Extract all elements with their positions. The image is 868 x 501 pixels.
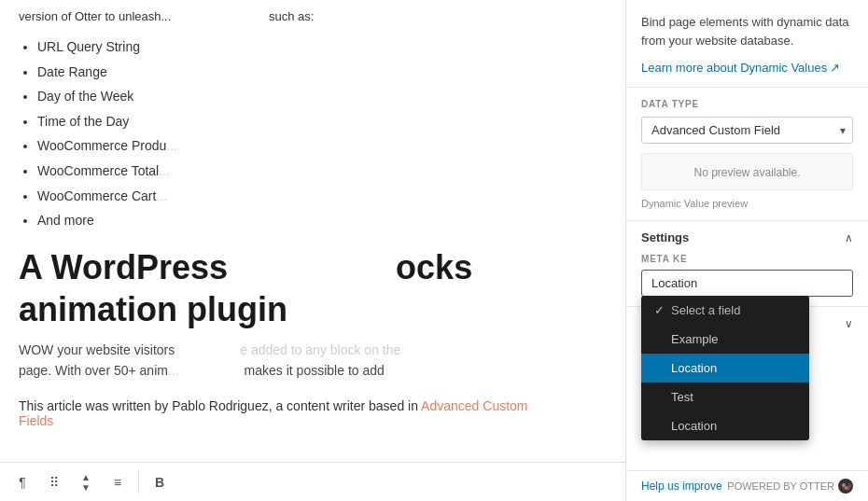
dropdown-item-label: Example [671,332,719,346]
field-input[interactable] [641,270,853,297]
data-type-section: DATA TYPE Advanced Custom Field URL Quer… [626,88,868,221]
attribution-text: This article was written by Pablo Rodrig… [19,398,421,413]
chevron-down-icon: ∨ [845,317,853,330]
settings-header[interactable]: Settings ∧ [641,230,853,244]
list-item: WooCommerce Produ... [37,133,607,159]
page-heading: A WordPress ocks animation plugin [19,246,607,330]
page-container: version of Otter to unleash... such as: … [0,0,868,501]
data-type-select[interactable]: Advanced Custom Field URL Query String D… [641,117,853,144]
data-type-label: DATA TYPE [641,99,853,109]
dropdown-item-label: Location [671,419,717,433]
meta-key-row: META KE ✓ Select a field Example [641,254,853,297]
list-item: URL Query String [37,35,607,60]
otter-icon: 🦦 [838,479,853,494]
feature-list: URL Query String Date Range Day of the W… [19,35,607,233]
description-text: WOW your website visitors e added to any… [19,340,607,382]
list-item: Day of the Week [37,84,607,109]
learn-more-text: Learn more about Dynamic Values [641,61,827,75]
panel-description: Bind page elements with dynamic data fro… [641,13,853,49]
editor-toolbar: ¶ ⠿ ▲▼ ≡ B [0,462,625,501]
dropdown-item-label: Select a field [671,303,740,317]
preview-box: No preview available. [641,153,853,190]
move-button[interactable]: ▲▼ [71,467,101,497]
field-input-wrapper: ✓ Select a field Example Location [641,270,853,297]
data-type-dropdown-wrapper: Advanced Custom Field URL Query String D… [641,117,853,144]
settings-title: Settings [641,230,689,244]
list-item: Date Range [37,60,607,85]
external-link-icon: ↗ [830,61,840,75]
panel-footer: Help us improve POWERED BY OTTER 🦦 [626,470,868,501]
list-item: Time of the Day [37,109,607,134]
list-item: And more [37,208,607,233]
article-attribution: This article was written by Pablo Rodrig… [19,398,607,428]
dropdown-item-test[interactable]: Test [641,383,809,411]
list-item: WooCommerce Total... [37,159,607,184]
dynamic-value-label: Dynamic Value preview [641,198,853,209]
meta-key-label: META KE [641,254,853,264]
field-dropdown-menu: ✓ Select a field Example Location [641,296,809,440]
settings-section: Settings ∧ META KE ✓ Select a field [626,221,868,307]
top-text: version of Otter to unleash... such as: [19,9,607,23]
dropdown-item-select-field[interactable]: ✓ Select a field [641,296,809,325]
drag-button[interactable]: ⠿ [39,467,69,497]
left-content: version of Otter to unleash... such as: … [0,0,625,501]
list-item: WooCommerce Cart... [37,184,607,209]
chevron-up-icon: ∧ [845,231,853,244]
dropdown-item-location[interactable]: Location [641,411,809,440]
dropdown-item-label: Location [671,361,717,375]
toolbar-divider [138,471,139,494]
align-button[interactable]: ≡ [103,467,133,497]
paragraph-button[interactable]: ¶ [7,467,37,497]
panel-header: Bind page elements with dynamic data fro… [626,0,868,88]
right-panel: Bind page elements with dynamic data fro… [625,0,868,501]
bold-button[interactable]: B [145,467,175,497]
preview-text: No preview available. [693,166,800,179]
powered-by-text: POWERED BY OTTER [727,480,834,492]
dropdown-item-example[interactable]: Example [641,325,809,354]
dropdown-item-location-active[interactable]: Location [641,354,809,383]
powered-by: POWERED BY OTTER 🦦 [727,479,853,494]
help-link[interactable]: Help us improve [641,480,722,493]
learn-more-link[interactable]: Learn more about Dynamic Values ↗ [641,61,840,75]
check-placeholder: ✓ [654,303,665,317]
dropdown-item-label: Test [671,390,693,404]
